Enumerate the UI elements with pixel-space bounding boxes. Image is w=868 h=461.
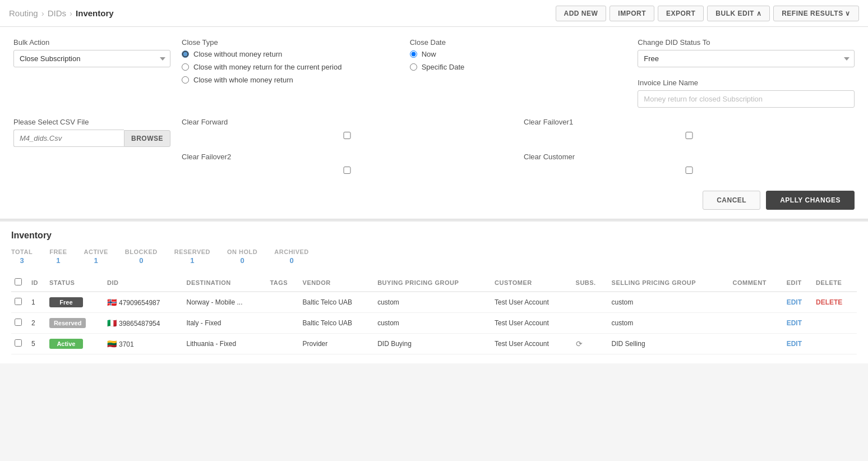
close-whole-radio[interactable] <box>182 76 189 84</box>
close-no-return-radio[interactable] <box>182 50 189 58</box>
cell-comment <box>730 313 783 334</box>
close-no-return-option[interactable]: Close without money return <box>182 50 399 58</box>
csv-file-input[interactable] <box>13 130 124 147</box>
inventory-section: Inventory TOTAL 3 FREE 1 ACTIVE 1 BLOCKE… <box>0 222 868 363</box>
bulk-action-label: Bulk Action <box>13 38 170 47</box>
change-did-select[interactable]: Free <box>638 50 855 67</box>
cell-subs <box>572 292 608 313</box>
breadcrumb-dids[interactable]: DIDs <box>48 8 66 18</box>
edit-link[interactable]: EDIT <box>787 340 802 348</box>
close-current-option[interactable]: Close with money return for the current … <box>182 63 399 71</box>
close-specific-label: Specific Date <box>422 63 465 71</box>
th-edit: EDIT <box>783 274 812 292</box>
row-checkbox-cell[interactable] <box>11 334 28 354</box>
close-type-label: Close Type <box>182 38 399 47</box>
clear-failover2-block: Clear Failover2 <box>182 153 513 174</box>
close-specific-option[interactable]: Specific Date <box>410 63 627 71</box>
clear-forward-block: Clear Forward <box>182 118 513 139</box>
close-current-label: Close with money return for the current … <box>193 63 341 71</box>
close-specific-radio[interactable] <box>410 63 417 71</box>
close-whole-option[interactable]: Close with whole money return <box>182 76 399 84</box>
row-checkbox-2[interactable] <box>15 339 22 347</box>
status-badge: Free <box>49 297 83 307</box>
th-id: ID <box>28 274 46 292</box>
flag-icon: 🇱🇹 <box>107 339 117 348</box>
stat-onhold-label: ON HOLD <box>227 248 257 255</box>
close-current-radio[interactable] <box>182 63 189 71</box>
cell-customer: Test User Account <box>491 292 572 313</box>
browse-button[interactable]: BROWSE <box>124 130 170 147</box>
close-now-radio[interactable] <box>410 50 417 58</box>
stat-blocked-value[interactable]: 0 <box>139 256 143 265</box>
stat-reserved-value[interactable]: 1 <box>190 256 194 265</box>
table-row: 1 Free 🇳🇴47909654987 Norway - Mobile ...… <box>11 292 857 313</box>
stat-total-label: TOTAL <box>11 248 33 255</box>
clear-customer-label: Clear Customer <box>524 153 855 161</box>
refine-results-button[interactable]: REFINE RESULTS ∨ <box>773 6 859 21</box>
row-checkbox-0[interactable] <box>15 298 22 305</box>
import-button[interactable]: IMPORT <box>610 6 654 21</box>
row-checkbox-cell[interactable] <box>11 292 28 313</box>
stat-active: ACTIVE 1 <box>84 248 108 265</box>
clear-forward-label: Clear Forward <box>182 118 513 126</box>
csv-file-label: Please Select CSV File <box>13 118 170 126</box>
invoice-line-input[interactable] <box>638 90 855 108</box>
th-select-all[interactable] <box>11 274 28 292</box>
row-checkbox-1[interactable] <box>15 319 22 326</box>
breadcrumb-routing[interactable]: Routing <box>9 8 38 18</box>
bulk-edit-button[interactable]: BULK EDIT ∧ <box>707 6 770 21</box>
select-all-checkbox[interactable] <box>15 278 22 285</box>
bulk-action-select[interactable]: Close Subscription <box>13 50 170 67</box>
stat-reserved-label: RESERVED <box>174 248 210 255</box>
close-now-option[interactable]: Now <box>410 50 627 58</box>
status-badge: Reserved <box>49 318 86 328</box>
clear-customer-checkbox[interactable] <box>524 167 855 174</box>
flag-icon: 🇳🇴 <box>107 298 117 307</box>
bulk-edit-panel: Bulk Action Close Subscription Close Typ… <box>0 27 868 219</box>
cell-buying-pricing: custom <box>374 292 491 313</box>
stat-free-value[interactable]: 1 <box>56 256 60 265</box>
cell-delete[interactable] <box>812 334 857 354</box>
clear-failover2-checkbox[interactable] <box>182 167 513 174</box>
apply-changes-button[interactable]: APLLY CHANGES <box>766 191 855 210</box>
stat-blocked: BLOCKED 0 <box>125 248 158 265</box>
stat-total-value[interactable]: 3 <box>20 256 24 265</box>
cell-comment <box>730 292 783 313</box>
cell-did: 🇱🇹3701 <box>104 334 183 354</box>
stat-total: TOTAL 3 <box>11 248 33 265</box>
clear-forward-checkbox[interactable] <box>182 132 513 139</box>
cell-status: Free <box>46 292 104 313</box>
cell-delete[interactable]: DELETE <box>812 292 857 313</box>
stat-archived-value[interactable]: 0 <box>289 256 293 265</box>
flag-icon: 🇮🇹 <box>107 319 117 328</box>
cell-comment <box>730 334 783 354</box>
cell-id: 2 <box>28 313 46 334</box>
edit-link[interactable]: EDIT <box>787 319 802 327</box>
export-button[interactable]: EXPORT <box>658 6 704 21</box>
clear-group-2: Clear Failover1 Clear Customer <box>524 118 855 174</box>
cell-edit[interactable]: EDIT <box>783 292 812 313</box>
close-whole-label: Close with whole money return <box>193 76 293 84</box>
cell-edit[interactable]: EDIT <box>783 313 812 334</box>
cancel-button[interactable]: CANCEL <box>703 191 760 210</box>
row-checkbox-cell[interactable] <box>11 313 28 334</box>
edit-link[interactable]: EDIT <box>787 298 802 306</box>
bulk-action-group: Bulk Action Close Subscription <box>13 38 170 67</box>
stat-onhold-value[interactable]: 0 <box>241 256 244 265</box>
cell-tags <box>266 313 299 334</box>
th-customer: CUSTOMER <box>491 274 572 292</box>
cell-destination: Lithuania - Fixed <box>183 334 266 354</box>
cell-destination: Norway - Mobile ... <box>183 292 266 313</box>
cell-vendor: Provider <box>299 334 375 354</box>
delete-link[interactable]: DELETE <box>816 298 842 306</box>
cell-edit[interactable]: EDIT <box>783 334 812 354</box>
stat-active-value[interactable]: 1 <box>94 256 98 265</box>
stat-reserved: RESERVED 1 <box>174 248 210 265</box>
clear-failover2-label: Clear Failover2 <box>182 153 513 161</box>
top-actions: ADD NEW IMPORT EXPORT BULK EDIT ∧ REFINE… <box>556 6 859 21</box>
close-type-radio-group: Close without money return Close with mo… <box>182 50 399 84</box>
table-row: 5 Active 🇱🇹3701 Lithuania - Fixed Provid… <box>11 334 857 354</box>
add-new-button[interactable]: ADD NEW <box>556 6 607 21</box>
clear-failover1-checkbox[interactable] <box>524 132 855 139</box>
cell-delete[interactable] <box>812 313 857 334</box>
